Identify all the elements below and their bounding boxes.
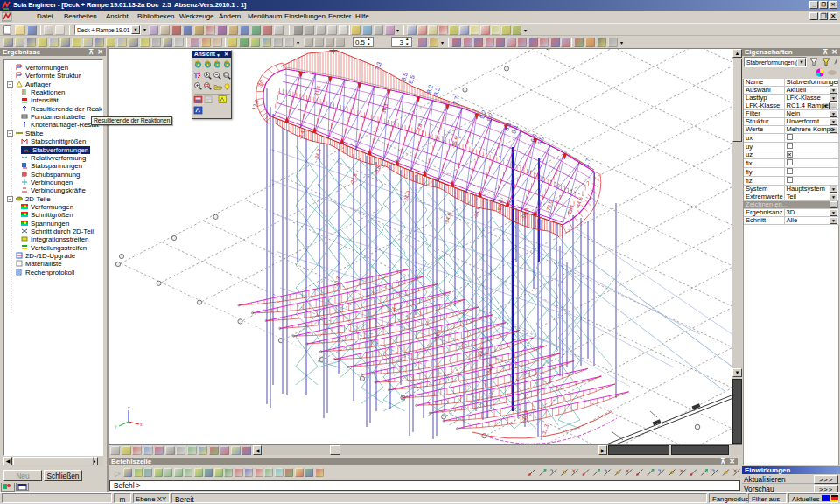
svg-text:1.7: 1.7 xyxy=(583,158,592,167)
svg-text:9,8: 9,8 xyxy=(416,122,423,131)
svg-text:-10,3: -10,3 xyxy=(332,276,341,289)
svg-text:30,1: 30,1 xyxy=(381,102,388,115)
svg-text:6.9: 6.9 xyxy=(536,136,545,145)
svg-text:8.5: 8.5 xyxy=(407,74,416,84)
svg-text:-24,6: -24,6 xyxy=(444,212,452,225)
svg-text:y: y xyxy=(115,424,117,429)
svg-text:z: z xyxy=(128,405,130,410)
svg-text:-16,1: -16,1 xyxy=(433,328,442,341)
svg-text:x: x xyxy=(140,422,143,427)
svg-text:-73,0: -73,0 xyxy=(545,200,554,213)
svg-text:-50,9: -50,9 xyxy=(496,200,505,213)
svg-text:-37,4: -37,4 xyxy=(521,410,529,423)
svg-text:-59,6: -59,6 xyxy=(476,346,485,359)
svg-text:3,0: 3,0 xyxy=(257,79,264,88)
svg-text:31,6: 31,6 xyxy=(313,85,321,97)
svg-text:-24,6: -24,6 xyxy=(472,206,481,219)
svg-text:-0,8: -0,8 xyxy=(374,164,382,175)
svg-text:-15,6: -15,6 xyxy=(451,136,459,149)
svg-text:8.2: 8.2 xyxy=(486,112,494,122)
svg-text:8.2: 8.2 xyxy=(432,87,441,96)
svg-text:-44,6: -44,6 xyxy=(575,196,584,209)
svg-text:7.3: 7.3 xyxy=(374,61,382,71)
svg-text:8.1: 8.1 xyxy=(510,124,519,134)
svg-text:-14,6: -14,6 xyxy=(389,302,398,315)
svg-text:7,7: 7,7 xyxy=(452,95,460,105)
svg-text:-24,8: -24,8 xyxy=(349,172,358,186)
